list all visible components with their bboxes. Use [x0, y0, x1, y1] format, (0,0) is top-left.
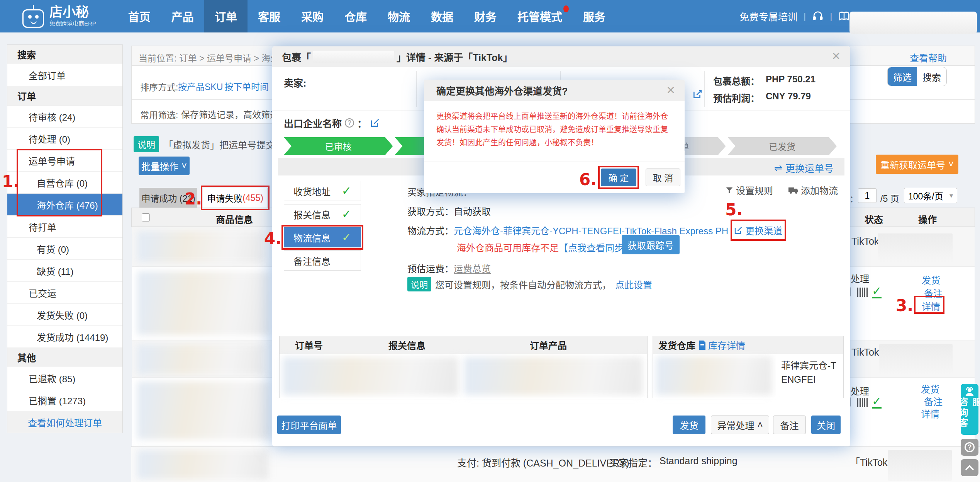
select-all-checkbox[interactable]	[142, 213, 150, 221]
nav-item-hosting[interactable]: 托管模式	[507, 0, 573, 32]
sidebar-item-overseas-warehouse[interactable]: 海外仓库 (476)	[7, 194, 122, 216]
pill-search-button[interactable]: 搜索	[917, 67, 946, 86]
nav-item-service[interactable]: 客服	[248, 0, 291, 32]
user-account-redacted[interactable]	[849, 12, 977, 34]
nav-item-warehouse[interactable]: 仓库	[334, 0, 377, 32]
print-platform-label-button[interactable]: 打印平台面单	[277, 416, 341, 434]
close-button[interactable]: 关闭	[811, 416, 841, 434]
menu-item-address[interactable]: 收货地址✓	[284, 181, 361, 201]
add-logistics-link[interactable]: 添加物流	[788, 183, 838, 197]
menu-item-remarks[interactable]: 备注信息	[284, 250, 361, 271]
confirm-cancel-button[interactable]: 取 消	[646, 169, 680, 186]
ship-button[interactable]: 发货	[673, 416, 705, 434]
sidebar-item-ship-failed[interactable]: 发货失败 (0)	[7, 304, 122, 326]
sidebar-item-in-stock[interactable]: 有货 (0)	[7, 238, 122, 260]
close-icon[interactable]: ✕	[832, 51, 841, 62]
export-company-label: 出口企业名称	[284, 116, 342, 130]
close-icon[interactable]: ✕	[666, 85, 675, 96]
sidebar-item-pending-review[interactable]: 待审核 (24)	[7, 106, 122, 128]
top-nav: 店小秘 免费跨境电商ERP 首页 产品 订单 客服 采购 仓库 物流 数据 财务…	[0, 0, 980, 32]
menu-item-logistics[interactable]: 物流信息✓ 4.	[284, 227, 361, 247]
menu-item-customs[interactable]: 报关信息✓	[284, 204, 361, 224]
tab-apply-fail[interactable]: 申请失败 (455)	[203, 188, 268, 208]
sidebar-item-to-print[interactable]: 待打单	[7, 216, 122, 238]
nav-item-products[interactable]: 产品	[161, 0, 204, 32]
ship-link[interactable]: 发货	[922, 273, 940, 286]
confirm-ok-button[interactable]: 确 定	[601, 169, 636, 186]
order-row-redacted	[464, 357, 643, 395]
edit-icon[interactable]	[370, 118, 380, 128]
sidebar-item-out-of-stock[interactable]: 缺货 (11)	[7, 260, 122, 282]
page-number-input[interactable]: 1	[858, 188, 877, 203]
stock-detail-link[interactable]: 库存详情	[699, 338, 745, 352]
sidebar-item-on-hold[interactable]: 已搁置 (1273)	[7, 389, 122, 411]
store-info-redacted	[137, 344, 264, 375]
filter-tip[interactable]: 保存筛选记录，高效筛选	[181, 107, 279, 121]
freight-overview-link[interactable]: 运费总览	[454, 261, 491, 275]
sidebar-item-refunded[interactable]: 已退款 (85)	[7, 367, 122, 389]
edit-icon[interactable]	[692, 89, 702, 99]
modal-title-suffix: 」详情 - 来源于「TikTok」	[397, 50, 512, 64]
sort-by-time-link[interactable]: 按下单时间	[224, 80, 269, 93]
sort-by-sku-link[interactable]: 按产品SKU	[178, 80, 223, 93]
exception-handle-button[interactable]: 异常处理˄	[711, 416, 769, 434]
nav-item-logistics[interactable]: 物流	[377, 0, 420, 32]
how-to-process-link[interactable]: 查看如何处理订单	[28, 416, 102, 429]
remark-button[interactable]: 备注	[773, 416, 806, 434]
note-link[interactable]: 备注	[924, 286, 943, 300]
warehouse-table: 发货仓库 库存详情 菲律宾元仓-TENGFEI	[653, 336, 844, 398]
nav-item-home[interactable]: 首页	[118, 0, 161, 32]
chevron-up-icon: ˄	[757, 419, 763, 430]
page-size-select[interactable]: 100条/页▾	[904, 188, 957, 203]
set-rules-link[interactable]: 设置规则	[725, 183, 773, 197]
pill-filter-button[interactable]: 筛选	[888, 67, 917, 86]
detail-link[interactable]: 详情	[922, 299, 940, 313]
note-link[interactable]: 备注	[924, 394, 943, 408]
barcode-icon[interactable]	[857, 288, 868, 297]
nav-item-purchase[interactable]: 采购	[291, 0, 334, 32]
help-floating-button[interactable]: ?	[961, 439, 978, 456]
logo[interactable]: 店小秘 免费跨境电商ERP	[22, 5, 96, 28]
document-icon	[699, 341, 706, 350]
confirm-title: 确定更换其他海外仓渠道发货?	[436, 83, 568, 97]
free-training-link[interactable]: 免费专属培训	[739, 9, 797, 23]
sidebar-item-shipped[interactable]: 已交运	[7, 282, 122, 304]
view-help-link[interactable]: 查看帮助	[910, 51, 947, 64]
sidebar-item-waybill-apply[interactable]: 运单号申请	[7, 150, 122, 172]
store-info-redacted	[137, 231, 264, 262]
nav-item-orders[interactable]: 订单	[204, 0, 248, 32]
headset-icon[interactable]	[812, 10, 824, 22]
nav-item-data[interactable]: 数据	[420, 0, 464, 32]
nav-item-finance[interactable]: 财务	[464, 0, 507, 32]
customer-service-widget[interactable]: 咨询客服	[961, 384, 978, 435]
package-total-value: PHP 750.21	[766, 74, 816, 85]
batch-actions-button[interactable]: 批量操作˅	[139, 157, 190, 175]
shipped-check-icon[interactable]: ✓	[872, 285, 882, 298]
logistics-tools: 设置规则 添加物流	[725, 183, 838, 197]
barcode-icon[interactable]	[857, 398, 868, 407]
change-waybill-link[interactable]: ⇌更换运单号	[774, 161, 834, 175]
detail-link[interactable]: 详情	[921, 407, 939, 420]
nav-item-services[interactable]: 服务	[573, 0, 616, 32]
set-rules-here-link[interactable]: 点此设置	[615, 278, 652, 291]
refetch-waybill-button[interactable]: 重新获取运单号˅	[876, 155, 958, 174]
sidebar-item-all-orders[interactable]: 全部订单	[7, 64, 122, 86]
sidebar-item-self-warehouse[interactable]: 自营仓库 (0)	[7, 172, 122, 194]
product-info-redacted	[137, 450, 268, 479]
change-channel-link[interactable]: 更换渠道 5.	[734, 223, 782, 237]
shipped-check-icon[interactable]: ✓	[872, 395, 882, 409]
fetch-mode-row: 获取方式：自动获取	[407, 204, 491, 218]
logistics-channel-link[interactable]: 元仓海外仓-菲律宾元仓-YCPH-TENGFEI-TikTok-Flash Ex…	[454, 223, 728, 237]
freight-label: 预估运费：	[407, 261, 454, 275]
back-to-top-button[interactable]	[961, 459, 978, 476]
get-tracking-button[interactable]: 获取跟踪号	[622, 235, 680, 254]
chevron-up-icon	[965, 465, 974, 474]
order-items-table: 订单号 报关信息 订单产品	[279, 336, 648, 398]
order-sidebar: 搜索 全部订单 订单 待审核 (24) 待处理 (0) 运单号申请 自营仓库 (…	[7, 44, 123, 433]
fetch-mode-label: 获取方式：	[407, 204, 454, 218]
ship-link[interactable]: 发货	[921, 382, 939, 395]
question-icon[interactable]: ?	[345, 118, 354, 128]
handbook-icon[interactable]	[838, 10, 850, 22]
sidebar-item-ship-success[interactable]: 发货成功 (14419)	[7, 326, 122, 348]
sidebar-item-pending-process[interactable]: 待处理 (0)	[7, 128, 122, 150]
